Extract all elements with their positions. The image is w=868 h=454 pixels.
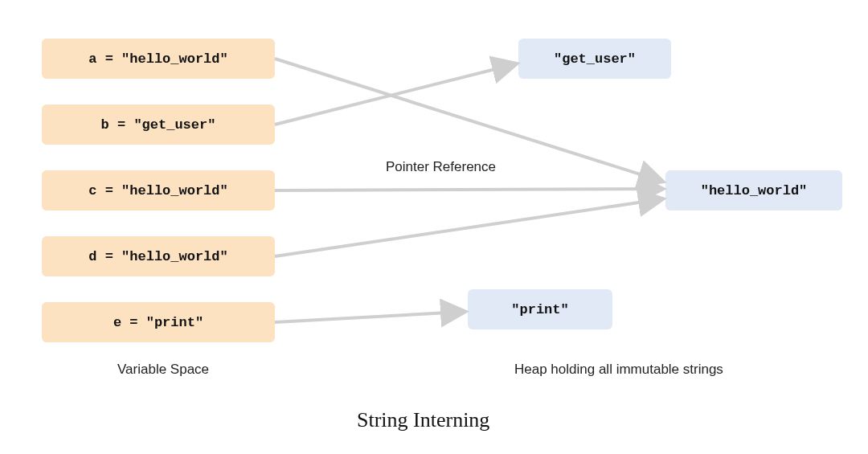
variable-box-e: e = "print" [42,302,275,342]
variable-box-c: c = "hello_world" [42,170,275,211]
heap-value: "hello_world" [701,183,808,198]
arrow-e-to-print [275,312,463,322]
variable-code: b = "get_user" [101,117,216,133]
heap-box-print: "print" [468,289,612,329]
variable-box-b: b = "get_user" [42,104,275,145]
variable-box-d: d = "hello_world" [42,236,275,276]
heap-box-hello-world: "hello_world" [665,170,842,211]
heap-value: "print" [511,302,568,317]
arrow-b-to-get-user [275,64,514,125]
variable-box-a: a = "hello_world" [42,39,275,79]
heap-value: "get_user" [554,51,636,67]
arrow-d-to-hello-world [275,199,661,256]
variable-code: a = "hello_world" [88,51,227,67]
variable-code: c = "hello_world" [88,183,227,198]
arrow-c-to-hello-world [275,189,661,190]
variable-space-label: Variable Space [117,362,209,378]
heap-box-get-user: "get_user" [518,39,671,79]
variable-code: d = "hello_world" [88,249,227,264]
pointer-reference-label: Pointer Reference [386,159,496,175]
variable-code: e = "print" [113,315,203,330]
heap-label: Heap holding all immutable strings [514,362,723,378]
diagram-title: String Interning [357,408,489,432]
